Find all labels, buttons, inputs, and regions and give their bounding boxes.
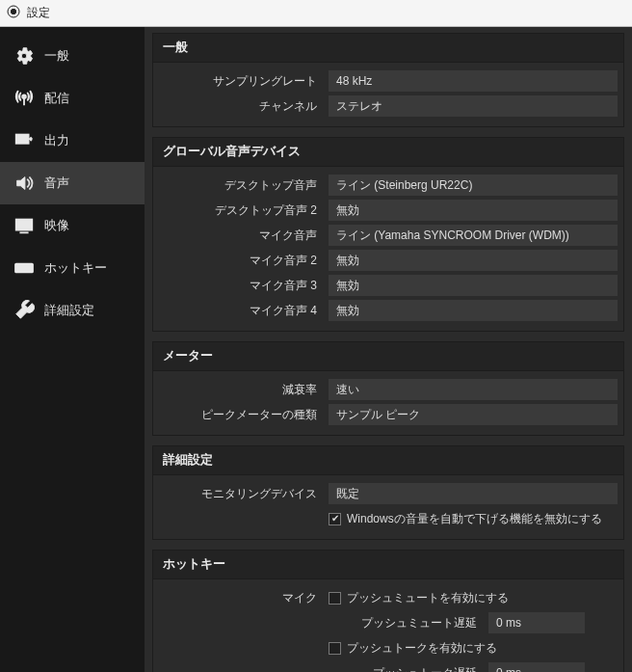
- desktop-audio-label: デスクトップ音声: [153, 177, 323, 194]
- section-header: メーター: [153, 342, 623, 371]
- section-header: 一般: [153, 34, 623, 63]
- mic-audio3-select[interactable]: 無効: [329, 275, 618, 296]
- broadcast-icon: [13, 88, 35, 109]
- output-icon: [13, 130, 35, 151]
- section-header: 詳細設定: [153, 446, 623, 475]
- desktop-audio-select[interactable]: ライン (Steinberg UR22C): [329, 175, 618, 196]
- push-talk-enable-label: プッシュトークを有効にする: [347, 640, 497, 657]
- mic-audio3-label: マイク音声 3: [153, 278, 323, 294]
- sidebar-item-general[interactable]: 一般: [0, 35, 145, 77]
- mic-push-talk-delay[interactable]: 0 ms: [488, 662, 585, 672]
- decay-rate-label: 減衰率: [153, 382, 323, 398]
- sidebar-item-advanced[interactable]: 詳細設定: [0, 289, 145, 332]
- svg-rect-7: [15, 263, 33, 272]
- sidebar-item-label: 詳細設定: [44, 302, 94, 319]
- sample-rate-label: サンプリングレート: [153, 73, 323, 90]
- decay-rate-select[interactable]: 速い: [329, 379, 618, 400]
- push-talk-delay-label: プッシュトーク遅延: [329, 665, 483, 673]
- settings-content: 一般 サンプリングレート 48 kHz チャンネル ステレオ グローバル音声デバ…: [145, 27, 632, 672]
- hotkey-mic-label: マイク: [153, 590, 323, 606]
- checkbox-icon: [329, 642, 341, 655]
- channels-label: チャンネル: [153, 98, 323, 115]
- peak-type-select[interactable]: サンプル ピーク: [329, 404, 618, 425]
- section-general: 一般 サンプリングレート 48 kHz チャンネル ステレオ: [152, 33, 624, 127]
- section-header: グローバル音声デバイス: [153, 138, 623, 167]
- mic-push-talk-enable[interactable]: プッシュトークを有効にする: [329, 637, 618, 659]
- sidebar: 一般 配信 出力 音声 映像: [0, 27, 145, 672]
- channels-select[interactable]: ステレオ: [329, 95, 618, 117]
- section-advanced: 詳細設定 モニタリングデバイス 既定 Windowsの音量を自動で下げる機能を無…: [152, 445, 624, 540]
- monitor-device-label: モニタリングデバイス: [153, 486, 323, 502]
- section-meters: メーター 減衰率 速い ピークメーターの種類 サンプル ピーク: [152, 341, 624, 436]
- sidebar-item-label: ホットキー: [44, 259, 107, 277]
- mic-audio4-select[interactable]: 無効: [329, 300, 618, 321]
- monitor-icon: [13, 215, 35, 236]
- sidebar-item-output[interactable]: 出力: [0, 120, 145, 162]
- section-header: ホットキー: [153, 551, 623, 579]
- wrench-icon: [13, 300, 35, 321]
- mic-audio2-select[interactable]: 無効: [329, 250, 618, 271]
- sidebar-item-label: 映像: [44, 217, 69, 234]
- desktop-audio2-label: デスクトップ音声 2: [153, 202, 323, 219]
- keyboard-icon: [13, 257, 35, 279]
- push-mute-delay-label: プッシュミュート遅延: [329, 615, 483, 632]
- push-mute-enable-label: プッシュミュートを有効にする: [347, 590, 509, 606]
- monitor-device-select[interactable]: 既定: [329, 483, 618, 504]
- sidebar-item-label: 配信: [44, 90, 69, 107]
- mic-audio4-label: マイク音声 4: [153, 303, 323, 319]
- window-title: 設定: [27, 5, 50, 21]
- sample-rate-select[interactable]: 48 kHz: [329, 70, 618, 92]
- ducking-checkbox-row[interactable]: Windowsの音量を自動で下げる機能を無効にする: [329, 508, 618, 529]
- titlebar: 設定: [0, 0, 632, 27]
- peak-type-label: ピークメーターの種類: [153, 407, 323, 423]
- section-hotkeys: ホットキー マイク プッシュミュートを有効にする プッシュミュート遅延 0 ms: [152, 550, 624, 672]
- speaker-icon: [13, 173, 35, 194]
- section-devices: グローバル音声デバイス デスクトップ音声 ライン (Steinberg UR22…: [152, 137, 624, 332]
- desktop-audio2-select[interactable]: 無効: [329, 200, 618, 221]
- mic-audio2-label: マイク音声 2: [153, 253, 323, 269]
- sidebar-item-video[interactable]: 映像: [0, 204, 145, 247]
- sidebar-item-audio[interactable]: 音声: [0, 162, 145, 204]
- svg-point-1: [11, 9, 15, 13]
- app-icon: [6, 4, 21, 22]
- mic-push-mute-delay[interactable]: 0 ms: [488, 612, 585, 633]
- sidebar-item-label: 出力: [44, 132, 69, 149]
- svg-rect-4: [16, 135, 29, 144]
- sidebar-item-label: 音声: [44, 175, 69, 192]
- checkbox-icon: [329, 592, 341, 605]
- mic-push-mute-enable[interactable]: プッシュミュートを有効にする: [329, 587, 618, 608]
- gear-icon: [13, 45, 35, 67]
- checkbox-icon: [329, 513, 341, 525]
- mic-audio-select[interactable]: ライン (Yamaha SYNCROOM Driver (WDM)): [329, 225, 618, 246]
- sidebar-item-stream[interactable]: 配信: [0, 77, 145, 120]
- ducking-label: Windowsの音量を自動で下げる機能を無効にする: [347, 511, 602, 527]
- mic-audio-label: マイク音声: [153, 228, 323, 244]
- sidebar-item-label: 一般: [44, 47, 69, 65]
- sidebar-item-hotkeys[interactable]: ホットキー: [0, 247, 145, 289]
- svg-point-2: [22, 94, 26, 98]
- svg-rect-5: [16, 220, 33, 230]
